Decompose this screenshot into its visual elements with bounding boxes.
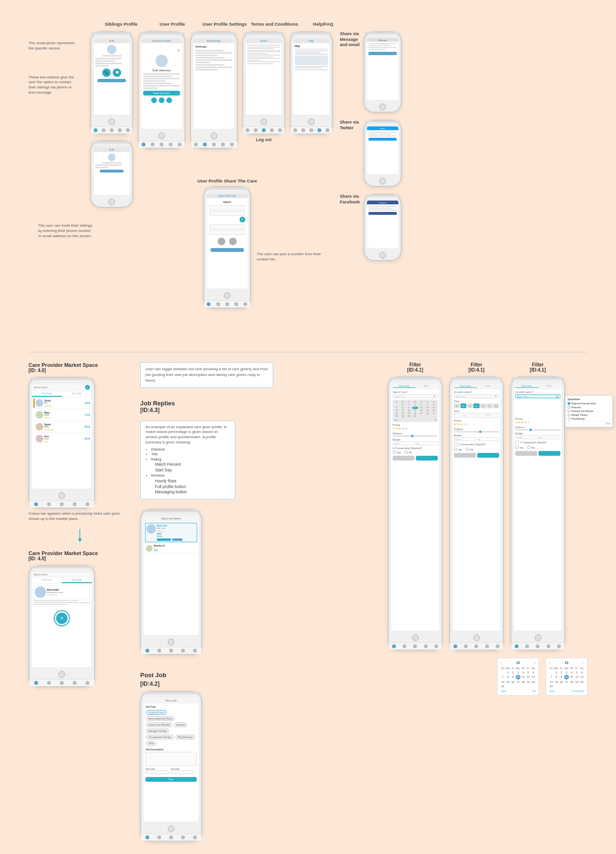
cal-2-ok[interactable]: To End Date — [571, 690, 584, 692]
add-contact-button[interactable]: + — [240, 217, 245, 222]
distance-slider-2[interactable] — [454, 431, 499, 432]
reply-info-2: Quantico X. ★★ 72% — [154, 545, 196, 552]
phone-settings: 9:41 Settings Settings — [190, 31, 238, 149]
transport-yes-2[interactable]: Yes — [454, 448, 462, 451]
job-type-chips: Regional Home Reg-Institutional Home Gro… — [145, 710, 197, 746]
chip-regional[interactable]: Regional Home — [146, 710, 167, 715]
market-menu-button[interactable]: ≡ — [85, 385, 90, 390]
phone-help-group: Help FAQ — [290, 31, 333, 134]
chip-institutional[interactable]: Reg-Institutional Home — [146, 716, 175, 721]
tab-find-care[interactable]: Find Care — [32, 391, 62, 397]
day-mo[interactable]: Mo — [461, 403, 467, 408]
filter-2-clear-button[interactable] — [454, 453, 476, 458]
tab-post-job-2[interactable]: Post Job — [62, 577, 92, 583]
call-button[interactable]: 📞 — [102, 68, 111, 77]
dropdown-option-5[interactable]: Physiotherapy — [568, 417, 610, 420]
contact-circle-2[interactable] — [229, 238, 237, 245]
cal-2-clear[interactable]: Clear — [549, 690, 555, 692]
dropdown-option-1[interactable]: Regional Provincial Home — [568, 402, 610, 405]
message-button-sibling[interactable]: 💬 — [113, 68, 121, 77]
checkbox-transport-3[interactable] — [515, 441, 519, 444]
cal-1-ok[interactable]: Ok — [533, 690, 536, 692]
post-job-button[interactable]: + — [32, 611, 92, 625]
phone-filter-2: Find Care Post Do which works? Space Fro… — [449, 376, 504, 651]
share-twitter-area: Share via Twitter Twitter — [340, 120, 402, 187]
dropdown-option-4[interactable]: Manage Therapy — [568, 413, 610, 416]
contact-circle-1[interactable] — [218, 238, 225, 245]
tab-post-job[interactable]: Post Job — [62, 391, 92, 397]
chip-other[interactable]: Other — [146, 741, 157, 746]
filter-3-clear-button[interactable] — [515, 451, 537, 456]
filter-clear-button[interactable] — [393, 456, 414, 461]
name-field[interactable] — [209, 205, 245, 210]
annotation-invite: The user can invite their siblings by en… — [38, 223, 95, 239]
dropdown-option-3[interactable]: Personal Care Member — [568, 410, 610, 413]
address-field[interactable] — [209, 230, 245, 235]
dropdown-clear[interactable]: Clear — [605, 422, 610, 425]
card-info-2: Mary PSW ★★★ — [44, 411, 84, 419]
type-care-2[interactable]: Space From ▼ — [454, 394, 499, 398]
email-field[interactable] — [209, 224, 245, 229]
day-we[interactable]: We — [473, 403, 480, 408]
filter-1-body: Type of Care? Space From ▼ Su — [391, 389, 439, 462]
end-date-group: End Date — [171, 768, 194, 774]
message-button-reply[interactable] — [172, 538, 183, 541]
terms-header: Terms — [246, 38, 282, 43]
transport-no[interactable]: No — [404, 451, 412, 454]
distance-slider[interactable] — [393, 435, 438, 437]
chip-manager[interactable]: Manager Therapy — [146, 729, 169, 733]
day-tu[interactable]: Tu — [467, 403, 473, 408]
action-circle-2[interactable] — [159, 97, 164, 103]
share-the-care-button[interactable]: Read The Care — [143, 91, 180, 96]
time-from[interactable]: 9:0 — [454, 413, 476, 418]
type-of-care-dropdown[interactable]: Space From ▼ — [393, 394, 438, 398]
day-fr[interactable]: Fr — [487, 403, 493, 408]
budget-max[interactable]: $1 — [416, 441, 438, 445]
care-giver-card-3: Sarah RPN ★★★★★ 55% — [32, 421, 92, 433]
filter-3-apply-button[interactable] — [539, 451, 560, 456]
chip-occupational[interactable]: Occupational Therapy — [146, 735, 174, 739]
phone-filter-3-group: Find Care Post Do which works? Space Fro… — [510, 376, 565, 651]
transport-no-2[interactable]: No — [466, 448, 473, 451]
start-date-input[interactable] — [145, 770, 169, 774]
siblings-screen-header: 9:41 — [94, 38, 130, 43]
dropdown-option-2[interactable]: Advanced — [568, 406, 610, 409]
right-column: Filter [ID:4.1] Filter [ID:4.1] Filter [… — [388, 362, 587, 842]
budget-min-2[interactable]: $0-$50 — [454, 437, 476, 441]
reply-card-2: Quantico X. ★★ 72% — [145, 544, 197, 553]
calendars-area: ‹ 10 › Su Mo Tu We Th Fr Sa — [497, 658, 587, 696]
type-care-3-open[interactable]: Space From ▲ — [515, 394, 560, 398]
cal-1-clear[interactable]: Clear — [500, 690, 506, 692]
budget-max-3[interactable]: $1 — [539, 435, 561, 439]
transport-no-3[interactable]: No — [527, 446, 534, 449]
checkbox-transport[interactable] — [454, 442, 458, 446]
chip-group-care[interactable]: Group Care Member — [146, 722, 173, 727]
action-circle-1[interactable] — [151, 97, 157, 103]
action-circle-3[interactable] — [166, 97, 172, 103]
transport-yes[interactable]: Yes — [393, 451, 401, 454]
distance-slider-3[interactable] — [515, 429, 560, 431]
budget-min-3[interactable]: $0-$50 — [515, 435, 538, 439]
chip-hospice[interactable]: Hospice — [174, 722, 187, 727]
day-su[interactable]: Su — [454, 403, 460, 408]
job-description-field[interactable] — [145, 752, 197, 766]
filter-labels-row: Filter [ID:4.1] Filter [ID:4.1] Filter [… — [388, 362, 587, 373]
budget-max-2[interactable]: $1 — [477, 437, 500, 441]
time-to[interactable]: 15:0 — [477, 413, 499, 418]
tab-find-care-2[interactable]: Find Care — [32, 577, 62, 583]
filter-apply-button[interactable] — [416, 456, 438, 461]
care-giver-list: Olivia RN ★★★★ 40% — [32, 397, 92, 444]
day-sa[interactable]: Sa — [493, 403, 499, 408]
budget-min[interactable]: $0-$50 — [393, 441, 415, 445]
phone-field[interactable] — [209, 211, 245, 216]
end-date-input[interactable] — [171, 770, 194, 774]
filter-2-apply-button[interactable] — [477, 453, 499, 458]
filter-dropdown-overlay: SpaceFlow Regional Provincial Home Advan… — [565, 395, 613, 427]
siblings-screen-2-header: 9:41 — [94, 147, 130, 152]
day-th[interactable]: Th — [480, 403, 486, 408]
post-button[interactable]: Post — [145, 777, 197, 782]
chip-physio[interactable]: Physiotherapy — [175, 735, 195, 739]
card-info-4: Ann HCA ★★ — [44, 435, 84, 443]
transport-yes-3[interactable]: Yes — [515, 446, 523, 449]
full-profile-button[interactable] — [157, 538, 171, 541]
